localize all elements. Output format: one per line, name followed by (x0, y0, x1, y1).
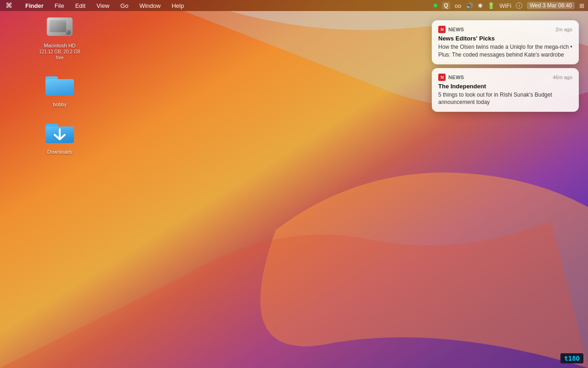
downloads-label: Downloads (47, 149, 72, 155)
notification-header-2: N NEWS 46m ago (438, 74, 572, 81)
control-center-icon[interactable]: ⊞ (579, 2, 584, 9)
news-app-icon-2: N (438, 74, 446, 81)
menubar-right: Q oo 🔊 ✱ 🔋 WiFi i Wed 3 Mar 08:40 ⊞ (434, 2, 584, 9)
view-menu[interactable]: View (95, 2, 111, 9)
downloads-folder-image (45, 117, 74, 147)
macintosh-hd-label: Macintosh HD 121.12 GB, 20.2 GB free (37, 42, 83, 61)
green-dot-indicator (434, 4, 437, 7)
file-menu[interactable]: File (53, 2, 66, 9)
datetime-display[interactable]: Wed 3 Mar 08:40 (527, 2, 575, 9)
edit-menu[interactable]: Edit (74, 2, 87, 9)
news-app-icon-1: N (438, 26, 446, 33)
apple-menu[interactable]: ⌘ (4, 1, 14, 10)
bobby-folder-image (45, 70, 74, 99)
notification-title-2: The Independent (438, 83, 572, 90)
macintosh-hd-image (45, 11, 74, 40)
go-menu[interactable]: Go (119, 2, 130, 9)
info-icon[interactable]: i (516, 2, 522, 9)
bluetooth-icon[interactable]: ✱ (478, 2, 483, 9)
macintosh-hd-icon[interactable]: Macintosh HD 121.12 GB, 20.2 GB free (37, 11, 83, 61)
notification-body-1: How the Olsen twins made a Uniqlo for th… (438, 43, 572, 59)
accessibility-icon[interactable]: oo (455, 2, 461, 9)
notification-card-1[interactable]: N NEWS 2m ago News Editors' Picks How th… (432, 20, 579, 64)
finder-menu[interactable]: Finder (23, 2, 45, 9)
notification-appname-1: NEWS (448, 27, 555, 32)
desktop: ⌘ Finder File Edit View Go Window Help Q… (0, 0, 588, 368)
window-menu[interactable]: Window (137, 2, 162, 9)
help-menu[interactable]: Help (170, 2, 186, 9)
notification-body-2: 5 things to look out for in Rishi Sunak'… (438, 91, 572, 107)
svg-rect-2 (50, 20, 66, 32)
wifi-icon[interactable]: WiFi (499, 2, 511, 9)
watermark: t18O (560, 353, 583, 363)
notification-header-1: N NEWS 2m ago (438, 26, 572, 33)
menubar: ⌘ Finder File Edit View Go Window Help Q… (0, 0, 588, 11)
svg-rect-6 (45, 79, 74, 96)
desktop-icons-area: Macintosh HD 121.12 GB, 20.2 GB free (37, 11, 83, 155)
notification-card-2[interactable]: N NEWS 46m ago The Independent 5 things … (432, 68, 579, 112)
svg-point-3 (65, 29, 71, 35)
downloads-folder-icon[interactable]: Downloads (37, 117, 83, 155)
notifications-panel: N NEWS 2m ago News Editors' Picks How th… (432, 20, 579, 112)
bobby-label: bobby (53, 101, 67, 108)
notification-time-2: 46m ago (553, 75, 572, 80)
bobby-folder-icon[interactable]: bobby (37, 70, 83, 108)
menubar-left: ⌘ Finder File Edit View Go Window Help (4, 1, 186, 10)
q-icon[interactable]: Q (442, 2, 450, 9)
notification-title-1: News Editors' Picks (438, 35, 572, 42)
notification-time-1: 2m ago (555, 27, 572, 32)
volume-icon[interactable]: 🔊 (466, 2, 473, 9)
notification-appname-2: NEWS (448, 75, 553, 80)
battery-icon[interactable]: 🔋 (487, 2, 495, 9)
